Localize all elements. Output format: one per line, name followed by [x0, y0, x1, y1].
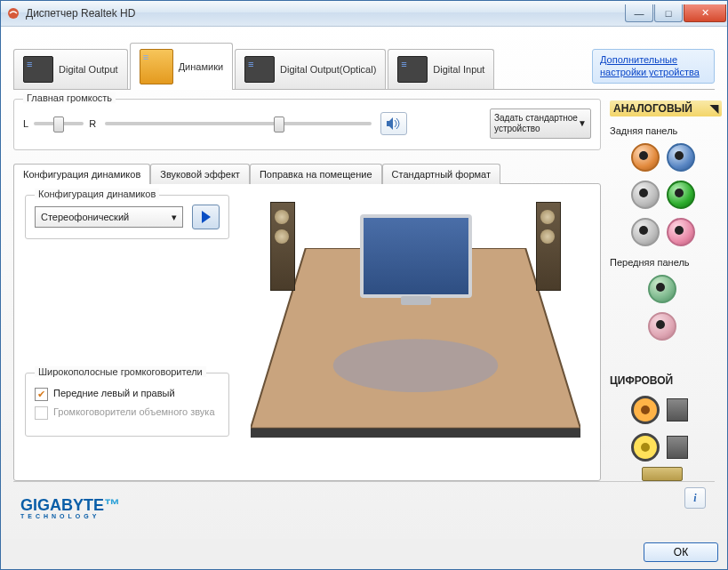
jack-back-pink[interactable] [667, 218, 695, 246]
tab-digital-output[interactable]: Digital Output [13, 49, 128, 89]
dialog-buttons: ОК [1, 539, 727, 569]
speakers-icon [140, 49, 173, 84]
advanced-settings-link[interactable]: Дополнительные настройки устройства [592, 49, 715, 84]
app-window: Диспетчер Realtek HD — □ ✕ Digital Outpu… [0, 0, 728, 570]
jack-back-orange[interactable] [631, 143, 660, 172]
analog-header: АНАЛОГОВЫЙ◥ [610, 100, 722, 116]
tab-speaker-config[interactable]: Конфигурация динамиков [13, 164, 150, 184]
device-icon [244, 56, 275, 83]
jack-front-green[interactable] [648, 275, 676, 303]
chevron-down-icon: ▼ [578, 118, 587, 129]
tab-speakers[interactable]: Динамики [130, 43, 233, 90]
speaker-icon [386, 116, 402, 131]
footer: GIGABYTE™ TECHNOLOGY i [13, 481, 715, 534]
link-text: Дополнительные настройки устройства [600, 54, 700, 78]
checkbox-surround [35, 406, 48, 420]
svg-point-2 [333, 339, 499, 392]
group-legend: Широкополосные громкоговорители [35, 366, 206, 377]
checkbox-front[interactable]: ✔ [35, 388, 48, 401]
group-legend: Конфигурация динамиков [35, 189, 159, 199]
digital-header: ЦИФРОВОЙ [610, 374, 673, 387]
checkbox-label: Передние левый и правый [53, 388, 175, 398]
speaker-stage [242, 195, 589, 470]
tab-label: Digital Output(Optical) [280, 64, 376, 75]
close-button[interactable]: ✕ [684, 4, 726, 22]
device-icon [397, 56, 428, 83]
back-panel-label: Задняя панель [610, 125, 677, 136]
slider-thumb[interactable] [53, 116, 64, 132]
tab-digital-output-optical[interactable]: Digital Output(Optical) [235, 49, 386, 89]
jack-back-grey[interactable] [631, 181, 660, 209]
connector-panel: АНАЛОГОВЫЙ◥ Задняя панель Передняя панел… [610, 99, 715, 481]
tab-label: Конфигурация динамиков [23, 169, 140, 180]
tab-digital-input[interactable]: Digital Input [388, 49, 494, 89]
balance-slider[interactable] [34, 122, 84, 125]
jack-back-blue[interactable] [667, 143, 695, 172]
tab-label: Звуковой эффект [160, 169, 240, 180]
ok-button[interactable]: ОК [644, 542, 718, 562]
fullrange-group: Широкополосные громкоговорители ✔ Передн… [25, 373, 229, 437]
brand-logo: GIGABYTE™ TECHNOLOGY [20, 497, 120, 519]
monitor-graphic [360, 214, 472, 298]
jack-hdmi[interactable] [642, 467, 683, 481]
jack-digital-coax-2[interactable] [631, 433, 660, 462]
label-left: L [23, 118, 28, 129]
chevron-down-icon: ▾ [172, 212, 177, 223]
set-default-button[interactable]: Задать стандартное устройство ▼ [490, 108, 591, 139]
speaker-config-dropdown[interactable]: Стереофонический ▾ [35, 206, 183, 228]
checkbox-label: Громкоговорители объемного звука [53, 406, 215, 417]
jack-optical-1[interactable] [667, 398, 688, 421]
slider-thumb[interactable] [274, 116, 284, 132]
tab-label: Поправка на помещение [260, 169, 372, 180]
front-panel-label: Передняя панель [610, 257, 690, 268]
jack-back-black[interactable] [631, 218, 660, 246]
dropdown-value: Стереофонический [41, 212, 129, 222]
tab-label: Digital Input [433, 64, 484, 75]
mute-button[interactable] [380, 112, 407, 135]
svg-rect-3 [251, 429, 580, 438]
window-title: Диспетчер Realtek HD [26, 7, 625, 20]
tab-room-correction[interactable]: Поправка на помещение [250, 164, 382, 184]
device-tabs: Digital Output Динамики Digital Output(O… [13, 39, 715, 90]
play-icon [202, 211, 211, 223]
tab-default-format[interactable]: Стандартный формат [382, 164, 500, 184]
app-icon [6, 6, 20, 20]
titlebar: Диспетчер Realtek HD — □ ✕ [1, 1, 727, 27]
speaker-config-group: Конфигурация динамиков Стереофонический … [25, 195, 229, 239]
jack-digital-coax-1[interactable] [631, 396, 660, 424]
info-button[interactable]: i [684, 487, 706, 509]
button-label: Задать стандартное устройство [494, 113, 578, 134]
jack-back-green[interactable] [667, 181, 695, 209]
jack-optical-2[interactable] [667, 436, 688, 459]
svg-point-0 [8, 8, 19, 19]
jack-front-pink[interactable] [648, 312, 676, 341]
group-legend: Главная громкость [23, 92, 116, 103]
volume-slider[interactable] [105, 122, 372, 125]
tab-label: Стандартный формат [392, 169, 491, 180]
tab-label: Digital Output [59, 64, 118, 75]
main-volume-group: Главная громкость L R Зада [13, 99, 601, 150]
config-panel: Конфигурация динамиков Стереофонический … [13, 183, 601, 481]
label-right: R [89, 118, 96, 129]
balance-control: L R [23, 118, 96, 129]
maximize-button[interactable]: □ [654, 4, 683, 22]
right-speaker-graphic[interactable] [536, 202, 561, 291]
play-test-button[interactable] [192, 205, 220, 229]
config-tabs: Конфигурация динамиков Звуковой эффект П… [13, 163, 601, 183]
device-icon [23, 56, 53, 83]
tab-sound-effect[interactable]: Звуковой эффект [150, 164, 250, 184]
tab-label: Динамики [179, 61, 223, 72]
left-speaker-graphic[interactable] [270, 202, 295, 291]
minimize-button[interactable]: — [625, 4, 653, 22]
flag-icon: ◥ [710, 102, 718, 115]
